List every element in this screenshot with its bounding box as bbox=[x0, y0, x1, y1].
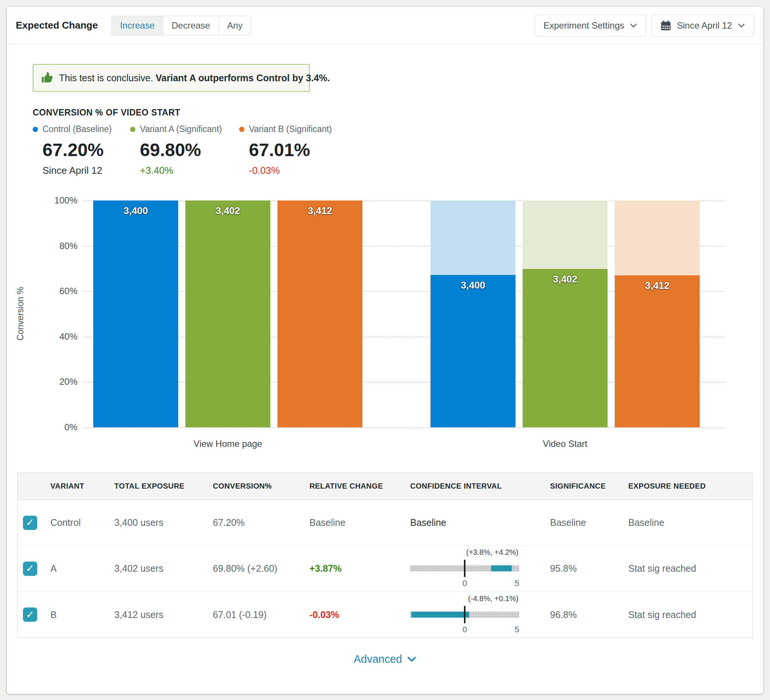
cell-exposure-needed: Baseline bbox=[628, 517, 752, 528]
summary-variant-b: Variant B (Significant) 67.01% -0.03% bbox=[239, 124, 332, 177]
calendar-icon bbox=[660, 20, 671, 31]
legend-label: Variant B (Significant) bbox=[249, 124, 332, 134]
bar-group-view-home-page: 3,400 3,402 3,412 bbox=[93, 201, 362, 427]
ci-zero-tick bbox=[464, 606, 466, 623]
chevron-down-icon bbox=[407, 655, 417, 664]
x-group-label-video-start: Video Start bbox=[543, 439, 587, 449]
topbar-right: Experiment Settings Since April 12 bbox=[535, 15, 754, 36]
cell-conversion: 67.20% bbox=[213, 517, 309, 528]
expected-change-label: Expected Change bbox=[16, 19, 98, 31]
experiment-results-card: Expected Change Increase Decrease Any Ex… bbox=[7, 7, 763, 694]
bar-group-video-start: 3,400 3,402 3,412 bbox=[430, 201, 700, 427]
legend-label: Variant A (Significant) bbox=[140, 124, 222, 134]
cell-relative-change: -0.03% bbox=[309, 609, 410, 620]
legend-dot-variant-a bbox=[130, 127, 135, 132]
plot-area: 100% 80% 60% 40% 20% 0% 3,400 bbox=[84, 201, 725, 427]
cell-total-exposure: 3,400 users bbox=[114, 517, 213, 528]
y-tick-80: 80% bbox=[60, 241, 78, 251]
col-header-significance: SIGNIFICANCE bbox=[550, 482, 628, 491]
page: Expected Change Increase Decrease Any Ex… bbox=[0, 0, 770, 700]
ci-range-bar bbox=[411, 612, 469, 617]
chevron-down-icon bbox=[629, 21, 638, 30]
bar-control-view-home-page[interactable]: 3,400 bbox=[93, 201, 178, 427]
x-group-label-view-home-page: View Home page bbox=[194, 439, 262, 449]
cell-total-exposure: 3,402 users bbox=[114, 563, 213, 574]
bar-count-label: 3,400 bbox=[93, 205, 178, 217]
bar-variant-a-video-start[interactable]: 3,402 bbox=[522, 201, 608, 427]
bar-converted-segment: 3,400 bbox=[430, 275, 516, 427]
col-header-confidence-interval: CONFIDENCE INTERVAL bbox=[410, 482, 550, 491]
experiment-settings-button[interactable]: Experiment Settings bbox=[535, 15, 646, 36]
bar-count-label: 3,412 bbox=[277, 205, 362, 217]
summary-value-variant-b: 67.01% bbox=[249, 139, 332, 160]
bar-converted-segment: 3,402 bbox=[522, 269, 608, 427]
ci-axis-zero: 0 bbox=[463, 578, 467, 588]
banner-text: This test is conclusive. Variant A outpe… bbox=[59, 73, 330, 84]
cell-significance: Baseline bbox=[550, 517, 628, 528]
bar-converted-segment: 3,412 bbox=[615, 275, 700, 427]
check-icon: ✓ bbox=[26, 518, 35, 528]
cell-relative-change: Baseline bbox=[309, 517, 410, 528]
table-row-variant-b: ✓ B 3,412 users 67.01 (-0.19) -0.03% (-4… bbox=[18, 591, 752, 638]
cell-confidence-interval: Baseline bbox=[410, 517, 550, 528]
bar-variant-a-view-home-page[interactable]: 3,402 bbox=[185, 201, 270, 427]
experiment-settings-label: Experiment Settings bbox=[543, 20, 624, 31]
summary-sub-control: Since April 12 bbox=[42, 165, 112, 177]
table-header-row: VARIANT TOTAL EXPOSURE CONVERSION% RELAT… bbox=[18, 473, 752, 500]
legend-label: Control (Baseline) bbox=[42, 124, 112, 134]
y-tick-0: 0% bbox=[64, 422, 78, 433]
cell-significance: 95.8% bbox=[550, 563, 628, 574]
cell-variant: Control bbox=[50, 517, 114, 528]
date-range-label: Since April 12 bbox=[677, 20, 732, 31]
legend-item-variant-b: Variant B (Significant) bbox=[239, 124, 332, 134]
advanced-expander[interactable]: Advanced bbox=[354, 653, 417, 665]
cell-conversion: 67.01 (-0.19) bbox=[213, 609, 309, 620]
summary-sub-variant-b: -0.03% bbox=[249, 165, 332, 177]
cell-variant: A bbox=[50, 563, 114, 574]
cell-exposure-needed: Stat sig reached bbox=[628, 609, 752, 620]
variant-checkbox-b[interactable]: ✓ bbox=[23, 608, 37, 622]
table-row-variant-a: ✓ A 3,402 users 69.80% (+2.60) +3.87% (+… bbox=[18, 546, 752, 591]
bar-converted-segment: 3,402 bbox=[185, 201, 270, 427]
toggle-any[interactable]: Any bbox=[218, 16, 251, 36]
cell-relative-change: +3.87% bbox=[309, 563, 410, 574]
thumbs-up-icon bbox=[41, 71, 54, 84]
ci-axis: 0 5 bbox=[410, 625, 519, 635]
ci-range-bar bbox=[491, 566, 512, 571]
summary-value-variant-a: 69.80% bbox=[140, 139, 222, 160]
confidence-interval-widget-b: (-4.8%, +0.1%) 0 5 bbox=[410, 594, 519, 635]
variant-checkbox-a[interactable]: ✓ bbox=[23, 562, 37, 576]
y-axis-title: Conversion % bbox=[15, 287, 26, 340]
cell-exposure-needed: Stat sig reached bbox=[628, 563, 752, 574]
summary-sub-variant-a: +3.40% bbox=[140, 165, 222, 177]
ci-range-label: (-4.8%, +0.1%) bbox=[410, 594, 519, 603]
col-header-total-exposure: TOTAL EXPOSURE bbox=[114, 482, 213, 491]
toggle-decrease[interactable]: Decrease bbox=[163, 16, 219, 36]
ci-track-wrap bbox=[410, 606, 519, 623]
toggle-increase[interactable]: Increase bbox=[111, 16, 163, 36]
table-row-control: ✓ Control 3,400 users 67.20% Baseline Ba… bbox=[18, 500, 752, 546]
check-icon: ✓ bbox=[26, 564, 35, 574]
summary-control: Control (Baseline) 67.20% Since April 12 bbox=[33, 124, 112, 177]
cell-significance: 96.8% bbox=[550, 609, 628, 620]
bar-variant-b-view-home-page[interactable]: 3,412 bbox=[277, 201, 362, 427]
advanced-label: Advanced bbox=[354, 653, 402, 665]
banner-text-normal: This test is conclusive. bbox=[59, 73, 153, 83]
conclusive-banner: This test is conclusive. Variant A outpe… bbox=[33, 64, 310, 92]
gridline-0 bbox=[84, 427, 725, 428]
variant-checkbox-control[interactable]: ✓ bbox=[23, 516, 37, 530]
bar-converted-segment: 3,412 bbox=[277, 201, 362, 427]
ci-axis-max: 5 bbox=[515, 578, 519, 588]
y-tick-100: 100% bbox=[55, 195, 78, 206]
bar-count-label: 3,402 bbox=[522, 274, 608, 285]
chevron-down-icon bbox=[737, 21, 746, 30]
y-tick-40: 40% bbox=[60, 331, 78, 342]
check-icon: ✓ bbox=[26, 610, 35, 620]
bar-variant-b-video-start[interactable]: 3,412 bbox=[615, 201, 700, 427]
bar-control-video-start[interactable]: 3,400 bbox=[430, 201, 516, 427]
col-header-relative-change: RELATIVE CHANGE bbox=[309, 482, 410, 491]
summary-variant-a: Variant A (Significant) 69.80% +3.40% bbox=[130, 124, 222, 177]
cell-conversion: 69.80% (+2.60) bbox=[213, 563, 309, 574]
date-range-button[interactable]: Since April 12 bbox=[652, 15, 754, 36]
metric-heading: CONVERSION % OF VIDEO START bbox=[33, 108, 180, 118]
